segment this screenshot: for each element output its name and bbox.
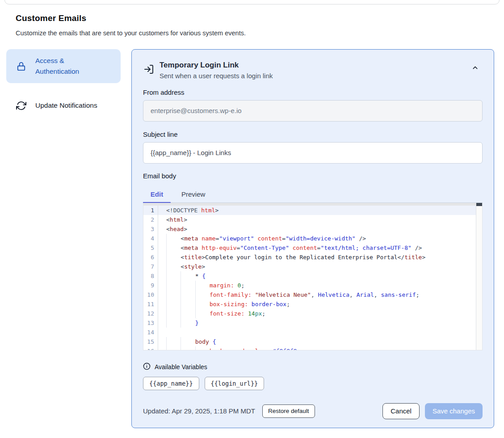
temporary-login-link-panel: Temporary Login Link Sent when a user re… [131, 49, 494, 428]
previous-section-edge [4, 0, 500, 4]
panel-subtitle: Sent when a user requests a login link [160, 72, 273, 80]
lock-icon [16, 61, 26, 72]
line-number: 10 [143, 290, 158, 299]
code-line[interactable]: 13 } [143, 318, 476, 328]
variable-chip-app_name[interactable]: {{app_name}} [143, 377, 199, 390]
email-types-sidebar: Access & AuthenticationUpdate Notificati… [6, 49, 121, 128]
code-line[interactable]: 9 margin: 0; [143, 281, 476, 290]
variable-chips: {{app_name}}{{login_url}} [143, 377, 483, 390]
tab-preview[interactable]: Preview [181, 190, 205, 198]
line-number: 7 [143, 262, 158, 271]
line-number: 6 [143, 253, 158, 262]
panel-header: Temporary Login Link Sent when a user re… [143, 60, 483, 80]
code-line[interactable]: 14 [143, 328, 476, 337]
available-variables-header: Available Variables [143, 362, 483, 372]
subject-line-label: Subject line [143, 131, 483, 138]
code-line[interactable]: 4 <meta name="viewport" content="width=d… [143, 234, 476, 243]
page-title: Customer Emails [16, 13, 86, 23]
line-number: 15 [143, 337, 158, 346]
code-lines[interactable]: 1<!DOCTYPE html>2<html>3<head>4 <meta na… [143, 206, 476, 350]
variable-chip-login_url[interactable]: {{login_url}} [205, 377, 265, 390]
line-number: 8 [143, 271, 158, 281]
email-body-label: Email body [143, 172, 483, 180]
sidebar-item-access-authentication[interactable]: Access & Authentication [6, 49, 121, 83]
email-body-code-editor[interactable]: 1<!DOCTYPE html>2<html>3<head>4 <meta na… [143, 203, 483, 350]
line-number: 11 [143, 299, 158, 309]
line-number: 12 [143, 309, 158, 318]
tab-edit[interactable]: Edit [143, 190, 171, 198]
code-line[interactable]: 10 font-family: "Helvetica Neue", Helvet… [143, 290, 476, 299]
line-number: 13 [143, 318, 158, 328]
code-line[interactable]: 1<!DOCTYPE html> [143, 206, 476, 215]
from-address-input[interactable] [143, 100, 483, 122]
line-number: 4 [143, 234, 158, 243]
sidebar-item-label: Access & Authentication [35, 55, 98, 77]
code-line[interactable]: 5 <meta http-equiv="Content-Type" conten… [143, 243, 476, 253]
editor-vertical-scrollbar[interactable] [476, 203, 482, 350]
panel-footer: Updated: Apr 29, 2025, 1:18 PM MDT Resto… [143, 403, 483, 419]
save-changes-button[interactable]: Save changes [425, 403, 483, 419]
line-number: 9 [143, 281, 158, 290]
line-number: 16 [143, 346, 158, 350]
restore-default-button[interactable]: Restore default [262, 404, 315, 418]
sidebar-item-update-notifications[interactable]: Update Notifications [6, 94, 121, 117]
subject-line-field: Subject line [143, 131, 483, 164]
available-variables-label: Available Variables [155, 363, 207, 371]
editor-scrollbar-thumb[interactable] [476, 203, 482, 206]
panel-titles: Temporary Login Link Sent when a user re… [160, 60, 273, 80]
customer-emails-page: Customer Emails Customize the emails tha… [0, 0, 504, 438]
chevron-up-icon [471, 66, 479, 73]
line-number: 3 [143, 224, 158, 234]
code-line[interactable]: 11 box-sizing: border-box; [143, 299, 476, 309]
sidebar-item-label: Update Notifications [35, 100, 97, 111]
login-icon [143, 64, 154, 76]
from-address-field: From address [143, 88, 483, 122]
from-address-label: From address [143, 88, 483, 96]
line-number: 5 [143, 243, 158, 253]
code-line[interactable]: 3<head> [143, 224, 476, 234]
code-line[interactable]: 16 background-color: #f8f8f8; [143, 346, 476, 350]
code-line[interactable]: 15 body { [143, 337, 476, 346]
cancel-button[interactable]: Cancel [382, 403, 420, 419]
page-subtitle: Customize the emails that are sent to yo… [16, 29, 246, 37]
code-line[interactable]: 2<html> [143, 215, 476, 224]
collapse-section-button[interactable] [471, 64, 479, 73]
refresh-icon [16, 101, 26, 111]
email-body-tabbar: EditPreview [143, 186, 483, 203]
line-number: 1 [143, 206, 158, 215]
code-line[interactable]: 6 <title>Complete your login to the Repl… [143, 253, 476, 262]
panel-title: Temporary Login Link [160, 60, 273, 71]
info-icon [143, 362, 151, 372]
updated-timestamp: Updated: Apr 29, 2025, 1:18 PM MDT [143, 407, 255, 415]
editor-horizontal-scrollbar[interactable] [143, 203, 476, 206]
code-line[interactable]: 7 <style> [143, 262, 476, 271]
subject-line-input[interactable] [143, 142, 483, 164]
code-line[interactable]: 12 font-size: 14px; [143, 309, 476, 318]
code-line[interactable]: 8 * { [143, 271, 476, 281]
line-number: 2 [143, 215, 158, 224]
line-number: 14 [143, 328, 158, 337]
